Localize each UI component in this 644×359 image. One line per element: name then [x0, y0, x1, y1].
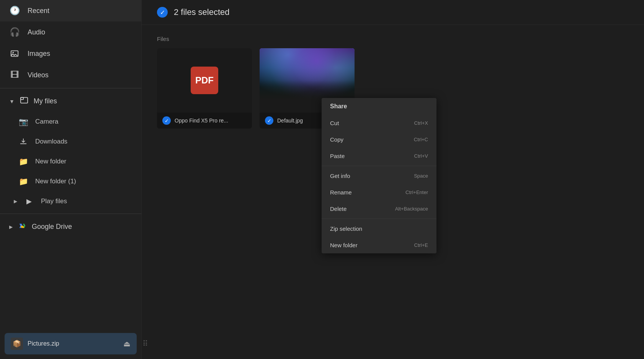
sidebar-item-new-folder-1[interactable]: 📁 New folder (1): [0, 171, 141, 191]
folder-icon-2: 📁: [18, 176, 28, 186]
selection-check-icon: ✓: [157, 7, 168, 18]
download-icon: [18, 137, 28, 147]
sidebar-item-new-folder[interactable]: 📁 New folder: [0, 152, 141, 171]
google-drive-label: Google Drive: [32, 223, 72, 231]
svg-point-1: [13, 52, 14, 53]
sidebar-section-my-files[interactable]: ▼ My files: [0, 91, 141, 112]
context-menu-share[interactable]: Share: [322, 98, 436, 115]
context-menu-divider-1: [322, 166, 436, 166]
context-menu-zip[interactable]: Zip selection: [322, 220, 436, 237]
context-menu-delete[interactable]: Delete Alt+Backspace: [322, 201, 436, 217]
sidebar-item-label-new-folder-1: New folder (1): [35, 178, 76, 185]
my-files-icon: [20, 96, 28, 106]
sidebar-item-videos[interactable]: 🎞 Videos: [0, 64, 141, 86]
recent-icon: 🕐: [9, 5, 20, 16]
sidebar-item-label-videos: Videos: [28, 71, 49, 79]
sidebar-item-label-recent: Recent: [28, 7, 49, 15]
sidebar-item-play-files[interactable]: ▶ ▶ Play files: [0, 191, 141, 211]
google-drive-icon: [18, 222, 26, 232]
context-menu-cut[interactable]: Cut Ctrl+X: [322, 115, 436, 131]
pdf-icon: PDF: [191, 67, 218, 94]
files-section-label: Files: [157, 36, 629, 42]
sidebar-item-label-play-files: Play files: [41, 197, 67, 205]
context-menu-new-folder[interactable]: New folder Ctrl+E: [322, 237, 436, 253]
context-menu-paste[interactable]: Paste Ctrl+V: [322, 148, 436, 164]
sidebar-item-label-downloads: Downloads: [35, 138, 67, 145]
context-menu-rename[interactable]: Rename Ctrl+Enter: [322, 184, 436, 201]
images-icon: [9, 48, 20, 59]
files-grid: PDF ✓ Oppo Find X5 Pro re... ✓ Defau: [157, 48, 629, 129]
eject-button[interactable]: ⏏: [123, 339, 131, 348]
my-files-label: My files: [34, 97, 57, 105]
sidebar-section-google-drive[interactable]: ▶ Google Drive: [0, 216, 141, 237]
selection-count-text: 2 files selected: [174, 7, 230, 17]
context-menu-divider-2: [322, 219, 436, 219]
footer-filename: Pictures.zip: [28, 340, 119, 347]
sidebar-item-label-camera: Camera: [35, 118, 58, 126]
sidebar-item-downloads[interactable]: Downloads: [0, 132, 141, 152]
drag-handle-icon[interactable]: ⠿: [142, 339, 148, 348]
files-section: Files PDF ✓ Oppo Find X5 Pro re...: [142, 25, 644, 359]
sidebar-divider-1: [0, 88, 141, 88]
chevron-right-icon: ▶: [14, 199, 17, 204]
svg-rect-3: [21, 98, 28, 103]
sidebar-footer-file[interactable]: 📦 Pictures.zip ⏏ ⠿: [5, 333, 137, 354]
pdf-file-footer: ✓ Oppo Find X5 Pro re...: [157, 113, 252, 129]
audio-icon: 🎧: [9, 27, 20, 38]
image-filename: Default.jpg: [277, 117, 303, 124]
sidebar-divider-2: [0, 214, 141, 214]
sidebar-item-images[interactable]: Images: [0, 43, 141, 64]
pdf-thumbnail: PDF: [157, 48, 252, 113]
sidebar-item-camera[interactable]: 📷 Camera: [0, 112, 141, 132]
camera-icon: 📷: [18, 117, 28, 127]
context-menu: Share Cut Ctrl+X Copy Ctrl+C Paste Ctrl+…: [322, 98, 436, 253]
main-content: ✓ 2 files selected Files PDF ✓ Oppo Find…: [142, 0, 644, 359]
sidebar-item-label-new-folder: New folder: [35, 158, 66, 165]
pdf-selected-check: ✓: [162, 116, 171, 125]
image-selected-check: ✓: [265, 116, 273, 125]
zip-file-icon: 📦: [11, 338, 23, 350]
chevron-right-icon-drive: ▶: [9, 224, 13, 230]
pdf-filename: Oppo Find X5 Pro re...: [175, 117, 228, 124]
main-header: ✓ 2 files selected: [142, 0, 644, 25]
file-card-pdf[interactable]: PDF ✓ Oppo Find X5 Pro re...: [157, 48, 252, 129]
folder-icon-1: 📁: [18, 157, 28, 166]
videos-icon: 🎞: [9, 70, 20, 80]
sidebar: 🕐 Recent 🎧 Audio Images 🎞 Videos ▼ My fi: [0, 0, 142, 359]
chevron-down-icon: ▼: [9, 98, 15, 104]
sidebar-item-recent[interactable]: 🕐 Recent: [0, 0, 141, 21]
play-files-icon: ▶: [24, 196, 34, 206]
sidebar-item-audio[interactable]: 🎧 Audio: [0, 21, 141, 43]
sidebar-item-label-audio: Audio: [28, 28, 45, 36]
context-menu-get-info[interactable]: Get info Space: [322, 168, 436, 184]
sidebar-item-label-images: Images: [28, 50, 50, 58]
context-menu-copy[interactable]: Copy Ctrl+C: [322, 131, 436, 148]
